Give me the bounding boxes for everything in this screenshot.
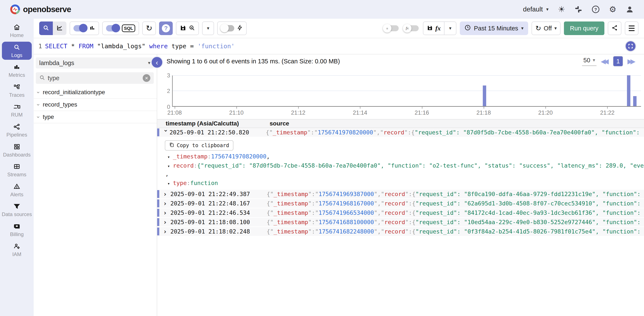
time-range-picker[interactable]: Past 15 Minutes ▾: [460, 21, 528, 35]
collapse-marker-icon[interactable]: ▾: [168, 155, 170, 159]
expand-row-icon[interactable]: ›: [163, 209, 170, 216]
copy-to-clipboard-button[interactable]: Copy to clipboard: [165, 140, 234, 151]
table-row[interactable]: › 2025-09-01 21:22:46.534 {"_timestamp":…: [157, 208, 644, 218]
app-header: openobserve default ▾ ☀ ? ⚙: [0, 0, 644, 19]
stream-selector[interactable]: lambda_logs ▾: [36, 57, 154, 68]
chevron-down-icon: ›: [35, 116, 42, 118]
logs-search-icon: [14, 44, 20, 51]
field-search-box[interactable]: type ×: [36, 72, 154, 84]
collapse-row-icon[interactable]: ›: [162, 129, 170, 136]
sidebar-item-label: Dashboards: [3, 152, 30, 158]
chevron-down-icon: ▾: [593, 57, 595, 63]
copy-label: Copy to clipboard: [177, 143, 229, 149]
org-selector[interactable]: default ▾: [523, 5, 548, 13]
auto-refresh-selector[interactable]: ↻ Off ▾: [532, 21, 560, 35]
current-page-button[interactable]: 1: [613, 56, 623, 67]
field-item-record-types[interactable]: › record_types: [34, 99, 157, 111]
expand-row-icon[interactable]: ›: [163, 218, 170, 226]
table-row[interactable]: › 2025-09-01 21:22:50.820 {"_timestamp":…: [157, 128, 644, 137]
sidebar-item-streams[interactable]: Streams: [1, 161, 33, 179]
saved-views-dropdown-button[interactable]: ▾: [202, 21, 214, 35]
profile-icon[interactable]: [626, 5, 634, 13]
sidebar-item-dashboards[interactable]: Dashboards: [1, 141, 33, 159]
table-row[interactable]: › 2025-09-01 21:18:02.248 {"_timestamp":…: [157, 227, 644, 236]
left-nav-sidebar: Home Logs Metrics Traces RUM Pipelines D…: [0, 19, 34, 316]
sidebar-item-traces[interactable]: Traces: [1, 81, 33, 100]
clear-search-button[interactable]: ×: [143, 74, 150, 82]
settings-gear-icon[interactable]: ⚙: [609, 5, 616, 13]
chevron-down-icon: ›: [35, 91, 42, 93]
iam-user-gear-icon: [14, 243, 20, 251]
collapse-marker-icon[interactable]: ▾: [168, 181, 170, 186]
row-timestamp: 2025-09-01 21:22:50.820: [170, 129, 266, 136]
detail-record-line: ▾record:{"request_id": "87d0f5db-7cbe-45…: [165, 162, 644, 169]
fields-panel: lambda_logs ▾ ‹ type × › record_initiali…: [34, 54, 157, 316]
row-timestamp: 2025-09-01 21:22:46.534: [170, 209, 267, 216]
histogram-toggle[interactable]: [74, 25, 87, 31]
close-icon: ×: [145, 75, 148, 81]
save-function-button[interactable]: fx: [423, 21, 444, 35]
events-histogram[interactable]: 3 2 0 21:08 21:10 21:12 21:14 21:16 21:1…: [157, 68, 644, 119]
visualize-mode-button[interactable]: [53, 21, 66, 35]
field-item-type[interactable]: › type: [34, 111, 157, 123]
function-dropdown-button[interactable]: ▾: [444, 21, 456, 35]
sql-mode-toggle[interactable]: [106, 25, 119, 31]
next-page-button[interactable]: ▶▶: [628, 57, 636, 65]
sidebar-item-data-sources[interactable]: Data sources: [1, 201, 33, 219]
x-axis-tick: 21:18: [476, 110, 491, 116]
field-name: record_initializationtype: [43, 89, 105, 96]
search-mode-button[interactable]: [39, 21, 53, 35]
expand-row-icon[interactable]: ›: [163, 200, 170, 207]
x-axis-tick: 21:12: [291, 110, 306, 116]
run-query-label: Run query: [570, 25, 598, 32]
collapse-marker-icon[interactable]: ▾: [168, 163, 170, 169]
sidebar-item-label: Alerts: [10, 192, 23, 197]
chevron-down-icon: ▾: [449, 25, 452, 31]
slack-icon[interactable]: [574, 5, 582, 13]
chevron-down-icon: ▾: [207, 25, 209, 31]
copy-icon: [169, 142, 174, 149]
sql-query-editor[interactable]: 1 SELECT * FROM "lambda_logs" where type…: [34, 38, 644, 54]
more-menu-button[interactable]: [625, 21, 638, 35]
editor-fullscreen-button[interactable]: [625, 40, 636, 52]
histogram-bar: [633, 96, 636, 106]
expand-row-icon[interactable]: ›: [163, 190, 170, 198]
row-accent-bar: [157, 218, 159, 226]
sidebar-item-metrics[interactable]: Metrics: [1, 61, 33, 80]
histogram-plot-area[interactable]: 3 2 0 21:08 21:10 21:12 21:14 21:16 21:1…: [172, 75, 641, 107]
openobserve-logo-icon[interactable]: [10, 4, 20, 14]
query-help-button[interactable]: ?: [159, 21, 173, 35]
page-size-selector[interactable]: 50 ▾: [582, 57, 596, 66]
run-query-button[interactable]: Run query: [564, 21, 604, 35]
reset-filters-button[interactable]: ↻: [142, 21, 156, 35]
expand-row-icon[interactable]: ›: [163, 228, 170, 235]
sidebar-item-rum[interactable]: RUM: [1, 101, 33, 120]
theme-light-icon[interactable]: ☀: [558, 5, 565, 13]
field-item-record-initializationtype[interactable]: › record_initializationtype: [34, 86, 157, 99]
sidebar-item-logs[interactable]: Logs: [2, 42, 32, 60]
sidebar-item-iam[interactable]: IAM: [1, 241, 33, 259]
question-icon: ?: [162, 24, 170, 32]
share-button[interactable]: [608, 21, 622, 35]
saved-views-button[interactable]: ★: [176, 21, 199, 35]
sidebar-item-billing[interactable]: Billing: [1, 221, 33, 239]
help-icon[interactable]: ?: [592, 5, 600, 13]
table-row[interactable]: › 2025-09-01 21:18:08.100 {"_timestamp":…: [157, 218, 644, 227]
search-icon: [39, 75, 45, 81]
sql-query-text: SELECT * FROM "lambda_logs" where type =…: [45, 42, 235, 50]
sidebar-item-home[interactable]: Home: [1, 22, 33, 40]
function-editor-toggle[interactable]: fx: [403, 24, 420, 32]
logs-toolbar: SQL ↻ ? ★ ▾ ≡ fx fx ▾: [34, 19, 644, 38]
sidebar-item-label: Logs: [11, 52, 22, 58]
table-row[interactable]: › 2025-09-01 21:22:48.167 {"_timestamp":…: [157, 199, 644, 208]
quick-mode-toggle[interactable]: [221, 25, 234, 31]
table-row[interactable]: › 2025-09-01 21:22:49.387 {"_timestamp":…: [157, 190, 644, 199]
prev-page-button[interactable]: ◀◀: [601, 57, 609, 65]
sidebar-item-pipelines[interactable]: Pipelines: [1, 121, 33, 140]
x-axis-tick: 21:14: [353, 110, 367, 116]
field-search-value[interactable]: type: [48, 75, 60, 82]
wrap-lines-toggle[interactable]: ≡: [383, 24, 400, 32]
collapse-fields-button[interactable]: ‹: [151, 56, 163, 68]
sidebar-item-alerts[interactable]: Alerts: [1, 181, 33, 199]
results-summary: Showing 1 to 6 out of 6 events in 135 ms…: [166, 58, 340, 65]
